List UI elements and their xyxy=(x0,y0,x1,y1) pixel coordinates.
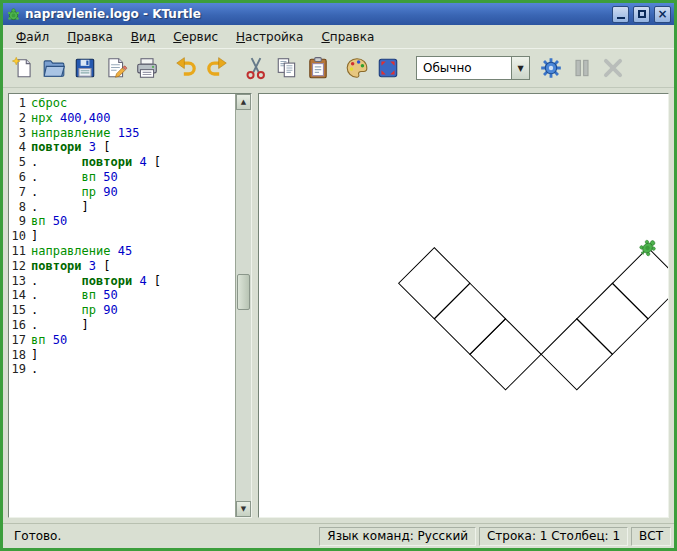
colors-button[interactable] xyxy=(341,53,372,84)
fullscreen-button[interactable] xyxy=(372,53,403,84)
status-message: Готово. xyxy=(6,527,316,546)
pause-button[interactable] xyxy=(566,53,597,84)
open-file-button[interactable] xyxy=(38,53,69,84)
line-number: 12 xyxy=(9,259,31,274)
line-number: 13 xyxy=(9,274,31,289)
save-icon xyxy=(73,56,97,80)
line-text: повтори 3 [ xyxy=(31,259,111,274)
status-cursor-position: Строка: 1 Столбец: 1 xyxy=(479,527,628,546)
chevron-down-icon[interactable]: ▼ xyxy=(511,57,529,79)
line-number: 1 xyxy=(9,96,31,111)
editor-scrollbar[interactable]: ▲ ▼ xyxy=(235,94,251,517)
code-line[interactable]: 11направление 45 xyxy=(9,244,235,259)
menu-help[interactable]: Справка xyxy=(312,27,383,47)
line-number: 7 xyxy=(9,185,31,200)
scrollbar-track[interactable] xyxy=(236,110,251,501)
menu-view[interactable]: Вид xyxy=(122,27,164,47)
paste-button[interactable] xyxy=(302,53,333,84)
line-number: 10 xyxy=(9,229,31,244)
line-number: 17 xyxy=(9,333,31,348)
pause-icon xyxy=(570,56,594,80)
speed-select[interactable]: Обычно▼ xyxy=(416,56,530,80)
edit-document-icon xyxy=(104,56,128,80)
line-number: 4 xyxy=(9,140,31,155)
code-line[interactable]: 13. повтори 4 [ xyxy=(9,274,235,289)
stop-button[interactable] xyxy=(597,53,628,84)
scroll-up-icon[interactable]: ▲ xyxy=(236,94,251,110)
cut-button[interactable] xyxy=(240,53,271,84)
close-button[interactable]: × xyxy=(654,6,671,23)
code-line[interactable]: 18] xyxy=(9,348,235,363)
undo-button[interactable] xyxy=(170,53,201,84)
stop-icon xyxy=(601,56,625,80)
window-title: napravlenie.logo - KTurtle xyxy=(25,7,608,21)
menu-tools[interactable]: Сервис xyxy=(164,27,227,47)
redo-arrow-icon xyxy=(205,56,229,80)
scissors-icon xyxy=(244,56,268,80)
copy-button[interactable] xyxy=(271,53,302,84)
code-line[interactable]: 5. повтори 4 [ xyxy=(9,155,235,170)
run-button[interactable] xyxy=(535,53,566,84)
save-file-button[interactable] xyxy=(69,53,100,84)
status-language: Язык команд: Русский xyxy=(319,527,476,546)
line-text: ] xyxy=(31,348,38,363)
toolbar: Обычно▼ xyxy=(3,48,674,88)
line-text: ] xyxy=(31,229,38,244)
speed-select-value: Обычно xyxy=(417,61,511,75)
line-text: повтори 3 [ xyxy=(31,140,111,155)
menu-settings[interactable]: Настройка xyxy=(227,27,312,47)
minimize-button[interactable] xyxy=(612,6,629,23)
line-text: . ] xyxy=(31,200,89,215)
line-text: . ] xyxy=(31,318,89,333)
fullscreen-icon xyxy=(376,56,400,80)
drawn-square xyxy=(541,319,612,390)
line-number: 19 xyxy=(9,362,31,377)
print-button[interactable] xyxy=(131,53,162,84)
code-line[interactable]: 14. вп 50 xyxy=(9,288,235,303)
turtle-canvas-panel xyxy=(258,93,669,518)
line-text: . пр 90 xyxy=(31,303,118,318)
clipboard-icon xyxy=(306,56,330,80)
code-line[interactable]: 7. пр 90 xyxy=(9,185,235,200)
menu-edit[interactable]: Правка xyxy=(58,27,122,47)
code-line[interactable]: 16. ] xyxy=(9,318,235,333)
code-line[interactable]: 4повтори 3 [ xyxy=(9,140,235,155)
line-number: 11 xyxy=(9,244,31,259)
maximize-button[interactable] xyxy=(633,6,650,23)
new-file-button[interactable] xyxy=(7,53,38,84)
code-line[interactable]: 17вп 50 xyxy=(9,333,235,348)
scroll-down-icon[interactable]: ▼ xyxy=(236,501,251,517)
menu-file[interactable]: Файл xyxy=(7,27,58,47)
redo-button[interactable] xyxy=(201,53,232,84)
code-line[interactable]: 6. вп 50 xyxy=(9,170,235,185)
run-gear-icon xyxy=(539,56,563,80)
maximize-icon xyxy=(638,10,646,18)
drawn-square xyxy=(612,248,668,319)
code-line[interactable]: 10] xyxy=(9,229,235,244)
code-line[interactable]: 12повтори 3 [ xyxy=(9,259,235,274)
code-line[interactable]: 19. xyxy=(9,362,235,377)
code-editor[interactable]: 1сброс2нрх 400,4003направление 1354повто… xyxy=(9,94,235,517)
line-text: . повтори 4 [ xyxy=(31,274,161,289)
line-text: . пр 90 xyxy=(31,185,118,200)
code-line[interactable]: 2нрх 400,400 xyxy=(9,111,235,126)
edit-code-button[interactable] xyxy=(100,53,131,84)
line-text: направление 45 xyxy=(31,244,132,259)
line-text: . вп 50 xyxy=(31,170,118,185)
line-number: 14 xyxy=(9,288,31,303)
code-line[interactable]: 9вп 50 xyxy=(9,214,235,229)
drawn-square xyxy=(577,283,648,354)
title-bar[interactable]: napravlenie.logo - KTurtle × xyxy=(3,3,674,25)
kturtle-app-icon xyxy=(6,7,21,22)
menu-bar: ФайлПравкаВидСервисНастройкаСправка xyxy=(3,25,674,48)
line-text: сброс xyxy=(31,96,67,111)
scrollbar-thumb[interactable] xyxy=(237,274,250,310)
code-line[interactable]: 15. пр 90 xyxy=(9,303,235,318)
line-number: 18 xyxy=(9,348,31,363)
code-line[interactable]: 8. ] xyxy=(9,200,235,215)
open-folder-icon xyxy=(42,56,66,80)
canvas-svg xyxy=(259,94,668,517)
code-editor-panel: 1сброс2нрх 400,4003направление 1354повто… xyxy=(8,93,252,518)
code-line[interactable]: 1сброс xyxy=(9,96,235,111)
code-line[interactable]: 3направление 135 xyxy=(9,126,235,141)
